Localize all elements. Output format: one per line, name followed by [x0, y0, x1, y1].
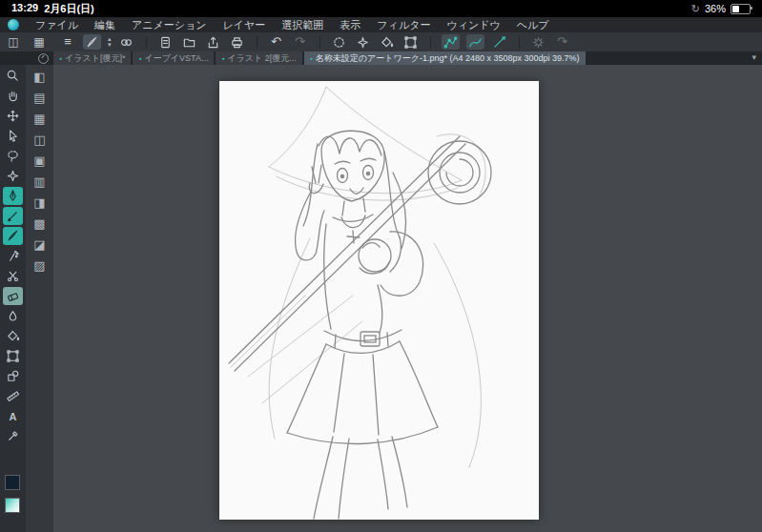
- layer-property-panel-icon[interactable]: ◨: [29, 194, 51, 212]
- redo-stroke-button[interactable]: ↷: [554, 34, 571, 50]
- navigator-panel-icon[interactable]: ▩: [29, 215, 51, 233]
- menu-view[interactable]: 表示: [340, 18, 360, 32]
- drawing-canvas[interactable]: [219, 81, 539, 520]
- document-tab-active[interactable]: ● 名称未設定のアートワーク-1.png* (A4 2480 x 3508px …: [304, 51, 586, 65]
- fill-tool-icon[interactable]: [3, 327, 23, 345]
- menu-selection[interactable]: 選択範囲: [281, 18, 323, 32]
- selection-tool-icon[interactable]: [3, 147, 23, 165]
- color-wheel-panel-icon[interactable]: ▦: [29, 110, 51, 128]
- auto-select-tool-icon[interactable]: [3, 167, 23, 185]
- decoration-tool-icon[interactable]: [3, 267, 23, 285]
- redo-button[interactable]: ↷: [292, 34, 309, 50]
- move-tool-icon[interactable]: [3, 107, 23, 125]
- clip-studio-logo-icon[interactable]: [8, 19, 19, 31]
- current-tool-button[interactable]: [83, 34, 101, 50]
- status-time: 13:29: [11, 2, 38, 16]
- right-panel-toggle-icon[interactable]: ▦: [30, 34, 49, 50]
- figure-tool-icon[interactable]: [3, 367, 23, 385]
- new-canvas-icon[interactable]: [157, 34, 175, 50]
- main-color-swatch[interactable]: [5, 475, 20, 490]
- ruler-tool-icon[interactable]: [3, 387, 23, 405]
- smoothing-icon[interactable]: [530, 34, 547, 50]
- material-icon[interactable]: [355, 34, 372, 50]
- brush-tool-icon[interactable]: [3, 227, 23, 245]
- unsaved-dot-icon: ●: [310, 55, 313, 61]
- link-icon[interactable]: [118, 34, 135, 50]
- slope-tool-icon[interactable]: [491, 34, 508, 50]
- document-tab-2[interactable]: ● イーブイVSTA...: [133, 51, 214, 65]
- battery-icon: [731, 4, 751, 14]
- pencil-tool-icon[interactable]: [3, 207, 23, 225]
- canvas-settings-icon[interactable]: [402, 34, 420, 50]
- status-date: 2月6日(日): [44, 2, 94, 16]
- menu-bar: ファイル 編集 アニメーション レイヤー 選択範囲 表示 フィルター ウィンドウ…: [0, 17, 762, 32]
- deselect-icon[interactable]: [331, 34, 348, 50]
- color-slider-panel-icon[interactable]: ▣: [29, 152, 51, 170]
- menu-file[interactable]: ファイル: [35, 18, 78, 32]
- undo-button[interactable]: ↶: [268, 34, 285, 50]
- blend-tool-icon[interactable]: [3, 307, 23, 325]
- polyline-tool-button[interactable]: [442, 34, 460, 50]
- menu-animation[interactable]: アニメーション: [132, 18, 207, 32]
- fill-command-icon[interactable]: [379, 34, 396, 50]
- unsaved-dot-icon: ●: [59, 55, 62, 61]
- hand-tool-icon[interactable]: [3, 87, 23, 105]
- layer-panel-icon[interactable]: ▥: [29, 173, 51, 191]
- status-bar: 13:29 2月6日(日) ↻ 36%: [0, 0, 762, 17]
- unsaved-dot-icon: ●: [138, 55, 141, 61]
- main-menu-icon[interactable]: ≡: [59, 34, 76, 50]
- pen-tool-icon[interactable]: [3, 187, 23, 205]
- panel-icon-column: ◧ ▤ ▦ ◫ ▣ ▥ ◨ ▩ ◪ ▨: [26, 65, 53, 532]
- text-tool-icon[interactable]: A: [3, 407, 23, 425]
- menu-edit[interactable]: 編集: [94, 18, 115, 32]
- artwork-sketch: [219, 81, 539, 520]
- document-tab-1[interactable]: ● イラスト[復元]*: [53, 51, 131, 65]
- left-panel-toggle-icon[interactable]: ◫: [4, 34, 23, 50]
- print-icon[interactable]: [229, 34, 246, 50]
- menu-layer[interactable]: レイヤー: [223, 18, 266, 32]
- workspace-background: [53, 65, 762, 532]
- color-set-panel-icon[interactable]: ◫: [29, 131, 51, 149]
- eraser-tool-icon[interactable]: [3, 287, 23, 305]
- tool-column: A: [0, 65, 26, 532]
- gradient-color-swatch[interactable]: [5, 498, 20, 513]
- brush-size-panel-icon[interactable]: ▤: [29, 89, 51, 107]
- command-bar: ◫ ▦ ≡ ▴▾ ↶ ↷ ↷: [0, 32, 762, 51]
- tab-list-chevron-icon[interactable]: ▾: [752, 52, 756, 62]
- zoom-tool-icon[interactable]: [3, 67, 23, 85]
- curve-tool-button[interactable]: [466, 34, 484, 50]
- menu-filter[interactable]: フィルター: [377, 18, 430, 32]
- unsaved-dot-icon: ●: [221, 55, 224, 61]
- gradient-tool-icon[interactable]: [3, 347, 23, 365]
- document-tab-strip: ● イラスト[復元]* ● イーブイVSTA... ● イラスト 2[復元...…: [0, 51, 762, 65]
- export-icon[interactable]: [205, 34, 222, 50]
- brush-size-stepper[interactable]: ▴▾: [108, 36, 112, 48]
- menu-help[interactable]: ヘルプ: [517, 18, 549, 32]
- airbrush-tool-icon[interactable]: [3, 247, 23, 265]
- material-panel-icon[interactable]: ◪: [29, 235, 51, 254]
- document-tab-3[interactable]: ● イラスト 2[復元...: [216, 51, 301, 65]
- open-file-icon[interactable]: [181, 34, 198, 50]
- sub-view-panel-icon[interactable]: ▨: [29, 256, 51, 275]
- sync-icon: ↻: [691, 3, 700, 15]
- menu-window[interactable]: ウィンドウ: [446, 18, 500, 32]
- tool-property-panel-icon[interactable]: ◧: [29, 68, 51, 86]
- quick-access-icon[interactable]: [38, 53, 49, 64]
- eyedropper-tool-icon[interactable]: [3, 427, 23, 445]
- object-tool-icon[interactable]: [3, 127, 23, 145]
- battery-percent: 36%: [705, 3, 726, 14]
